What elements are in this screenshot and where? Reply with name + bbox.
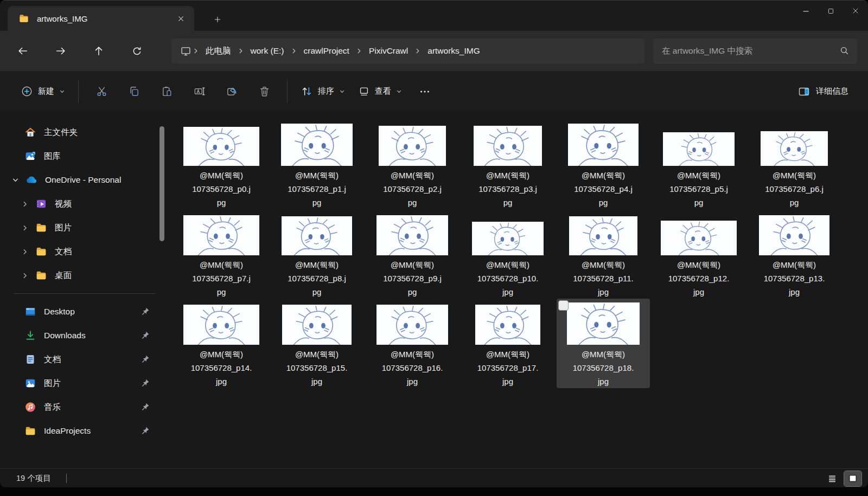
chevron-right-icon[interactable] bbox=[21, 201, 29, 208]
file-item-107356728_p11.jpg[interactable]: @MM(웩웩)107356728_p11.jpg bbox=[557, 209, 650, 299]
delete-button[interactable] bbox=[251, 79, 278, 104]
file-thumbnail bbox=[661, 221, 737, 255]
titlebar: artworks_IMG bbox=[0, 1, 868, 31]
file-item-107356728_p12.jpg[interactable]: @MM(웩웩)107356728_p12.jpg bbox=[652, 209, 745, 299]
sidebar-item-图库[interactable]: 图库 bbox=[4, 145, 161, 168]
pin-icon bbox=[140, 354, 151, 365]
view-button[interactable]: 查看 bbox=[352, 81, 409, 102]
file-name: @MM(웩웩)107356728_p9.jpg bbox=[383, 258, 442, 299]
file-item-107356728_p0.jpg[interactable]: @MM(웩웩)107356728_p0.jpg bbox=[175, 120, 268, 209]
file-thumbnail bbox=[569, 216, 637, 255]
sidebar-item-文档[interactable]: 文档 bbox=[4, 240, 161, 263]
sort-button[interactable]: 排序 bbox=[294, 80, 352, 102]
file-thumbnail bbox=[282, 216, 352, 255]
paste-button[interactable] bbox=[153, 79, 180, 104]
search-input[interactable] bbox=[662, 46, 839, 56]
file-item-107356728_p7.jpg[interactable]: @MM(웩웩)107356728_p7.jpg bbox=[175, 209, 268, 299]
chevron-down-icon[interactable] bbox=[11, 177, 20, 184]
refresh-button[interactable] bbox=[126, 40, 148, 62]
selection-checkbox[interactable] bbox=[558, 300, 569, 311]
rename-button[interactable] bbox=[186, 79, 213, 104]
file-item-107356728_p5.jpg[interactable]: @MM(웩웩)107356728_p5.jpg bbox=[652, 120, 745, 209]
sidebar-scrollbar[interactable] bbox=[159, 126, 164, 241]
file-name: @MM(웩웩)107356728_p6.jpg bbox=[765, 169, 824, 209]
item-count: 19 个项目 bbox=[16, 473, 51, 484]
sidebar-item-文档[interactable]: 文档 bbox=[4, 348, 161, 371]
file-name: @MM(웩웩)107356728_p2.jpg bbox=[383, 169, 442, 209]
file-thumbnail bbox=[379, 126, 446, 166]
pin-icon bbox=[140, 426, 151, 436]
file-item-107356728_p18.jpg[interactable]: @MM(웩웩)107356728_p18.jpg bbox=[557, 299, 650, 388]
copy-button[interactable] bbox=[120, 79, 148, 104]
file-item-107356728_p15.jpg[interactable]: @MM(웩웩)107356728_p15.jpg bbox=[270, 299, 363, 388]
breadcrumb-item-1[interactable]: work (E:) bbox=[245, 43, 290, 59]
breadcrumb-item-0[interactable]: 此电脑 bbox=[200, 43, 237, 60]
maximize-button[interactable] bbox=[818, 1, 843, 21]
sidebar-item-ideaprojects[interactable]: IdeaProjects bbox=[4, 420, 161, 442]
more-options-button[interactable] bbox=[411, 79, 438, 104]
search-icon[interactable] bbox=[839, 46, 850, 56]
sidebar-item-label: 桌面 bbox=[55, 270, 72, 281]
up-button[interactable] bbox=[88, 40, 110, 62]
folder-icon bbox=[18, 13, 29, 24]
chevron-right-icon[interactable] bbox=[21, 248, 29, 255]
minimize-button[interactable] bbox=[793, 1, 818, 21]
sidebar-item-桌面[interactable]: 桌面 bbox=[4, 264, 161, 287]
sidebar-item-desktop[interactable]: Desktop bbox=[4, 300, 161, 323]
back-button[interactable] bbox=[12, 40, 34, 62]
sidebar-item-视频[interactable]: 视频 bbox=[4, 192, 161, 215]
forward-button[interactable] bbox=[50, 40, 72, 62]
cut-button[interactable] bbox=[88, 79, 115, 104]
file-item-107356728_p3.jpg[interactable]: @MM(웩웩)107356728_p3.jpg bbox=[461, 120, 554, 209]
chevron-right-icon[interactable] bbox=[21, 224, 29, 231]
file-item-107356728_p8.jpg[interactable]: @MM(웩웩)107356728_p8.jpg bbox=[270, 209, 363, 299]
new-button[interactable]: 新建 bbox=[14, 80, 72, 102]
file-item-107356728_p13.jpg[interactable]: @MM(웩웩)107356728_p13.jpg bbox=[748, 209, 841, 299]
details-view-toggle[interactable] bbox=[824, 471, 841, 486]
download-icon bbox=[24, 329, 37, 342]
file-item-107356728_p17.jpg[interactable]: @MM(웩웩)107356728_p17.jpg bbox=[461, 299, 554, 388]
tab-close-icon[interactable] bbox=[173, 10, 189, 27]
file-item-107356728_p6.jpg[interactable]: @MM(웩웩)107356728_p6.jpg bbox=[748, 120, 841, 209]
details-pane-button[interactable]: 详细信息 bbox=[792, 80, 854, 103]
chevron-right-icon[interactable] bbox=[21, 272, 29, 279]
sidebar-item-图片[interactable]: 图片 bbox=[4, 216, 161, 239]
breadcrumb-item-3[interactable]: PixivCrawl bbox=[363, 43, 413, 59]
sidebar-item-图片[interactable]: 图片 bbox=[4, 372, 161, 395]
toolbar-separator bbox=[287, 80, 288, 103]
tab-artworks-img[interactable]: artworks_IMG bbox=[8, 6, 194, 31]
search-box bbox=[653, 38, 857, 63]
sidebar-item-label: 主文件夹 bbox=[44, 127, 78, 138]
sidebar-item-音乐[interactable]: 音乐 bbox=[4, 396, 161, 418]
chevron-down-icon bbox=[339, 88, 345, 94]
sidebar-item-主文件夹[interactable]: 主文件夹 bbox=[4, 121, 161, 144]
view-button-label: 查看 bbox=[375, 86, 391, 96]
breadcrumb-item-4[interactable]: artworks_IMG bbox=[422, 43, 485, 59]
thumbnail-view-toggle[interactable] bbox=[844, 471, 861, 486]
file-item-107356728_p2.jpg[interactable]: @MM(웩웩)107356728_p2.jpg bbox=[366, 120, 459, 209]
file-name: @MM(웩웩)107356728_p12.jpg bbox=[668, 258, 730, 299]
navigation-bar: 此电脑work (E:)crawlProjectPixivCrawlartwor… bbox=[0, 31, 868, 71]
breadcrumb-item-2[interactable]: crawlProject bbox=[298, 43, 355, 59]
file-name: @MM(웩웩)107356728_p16.jpg bbox=[382, 347, 443, 388]
new-tab-button[interactable] bbox=[209, 11, 226, 28]
thumbnail-box bbox=[663, 121, 735, 166]
desktop-icon bbox=[24, 305, 37, 318]
sidebar-item-onedrive---personal[interactable]: OneDrive - Personal bbox=[4, 169, 161, 191]
sort-button-label: 排序 bbox=[318, 86, 334, 96]
file-item-107356728_p10.jpg[interactable]: @MM(웩웩)107356728_p10.jpg bbox=[461, 209, 554, 299]
share-button[interactable] bbox=[218, 79, 245, 104]
close-button[interactable] bbox=[843, 1, 868, 21]
sidebar-item-label: 图片 bbox=[55, 222, 72, 234]
breadcrumb-chevron-icon bbox=[238, 48, 244, 54]
file-item-107356728_p14.jpg[interactable]: @MM(웩웩)107356728_p14.jpg bbox=[175, 299, 268, 388]
file-name: @MM(웩웩)107356728_p7.jpg bbox=[192, 258, 251, 299]
file-item-107356728_p4.jpg[interactable]: @MM(웩웩)107356728_p4.jpg bbox=[557, 120, 650, 209]
sidebar-item-downloads[interactable]: Downloads bbox=[4, 324, 161, 347]
file-item-107356728_p16.jpg[interactable]: @MM(웩웩)107356728_p16.jpg bbox=[366, 299, 459, 388]
file-name: @MM(웩웩)107356728_p0.jpg bbox=[192, 169, 251, 209]
file-item-107356728_p1.jpg[interactable]: @MM(웩웩)107356728_p1.jpg bbox=[270, 120, 363, 209]
folder-icon bbox=[35, 245, 48, 258]
file-item-107356728_p9.jpg[interactable]: @MM(웩웩)107356728_p9.jpg bbox=[366, 209, 459, 299]
file-name: @MM(웩웩)107356728_p1.jpg bbox=[288, 169, 346, 209]
